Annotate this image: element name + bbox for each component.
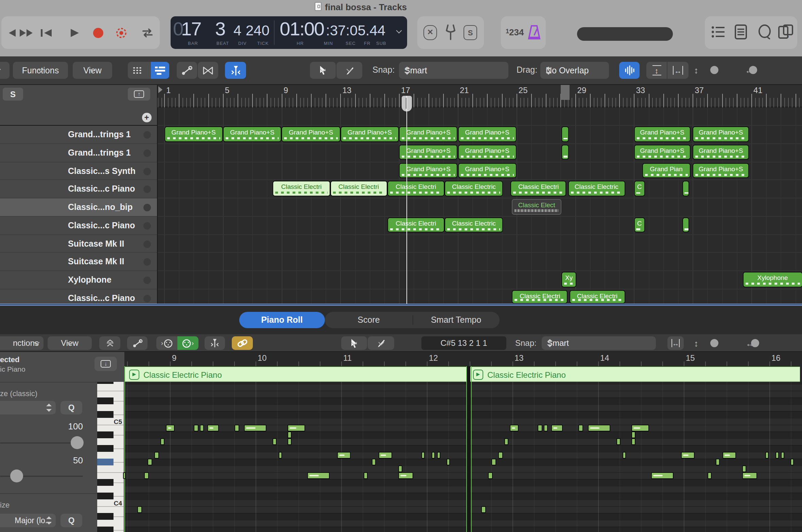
midi-note[interactable]: [447, 459, 450, 465]
editor-horizontal-zoom-knob[interactable]: [751, 339, 759, 347]
time-quantize-select[interactable]: [0, 401, 56, 414]
region[interactable]: Grand Piano+S: [458, 163, 517, 178]
note-pad-icon[interactable]: [735, 24, 747, 39]
midi-note[interactable]: [509, 425, 519, 431]
midi-out-icon[interactable]: ›: [177, 336, 198, 350]
track-monitor-dot[interactable]: [143, 240, 151, 248]
quantize-apply-button[interactable]: Q: [60, 401, 82, 414]
drag-select[interactable]: No Overlap: [540, 62, 609, 79]
midi-note[interactable]: [244, 425, 266, 431]
track-header-row[interactable]: MSRIXylophone: [0, 271, 157, 289]
region[interactable]: Classic Electri: [387, 181, 444, 196]
region[interactable]: Grand Piano+S: [399, 145, 458, 160]
ruler-marker[interactable]: [560, 85, 569, 100]
midi-note[interactable]: [498, 452, 503, 458]
region[interactable]: Xy: [561, 272, 577, 287]
region[interactable]: Classic Electri: [569, 290, 625, 304]
midi-note[interactable]: [398, 465, 402, 472]
editor-horizontal-zoom-slider[interactable]: ↔: [746, 334, 791, 352]
black-key[interactable]: [97, 382, 113, 384]
editor-view-menu[interactable]: View: [48, 336, 92, 350]
lcd-beat[interactable]: 3: [215, 18, 225, 40]
track-monitor-dot[interactable]: [143, 259, 151, 266]
grid-view-icon[interactable]: [128, 62, 146, 79]
midi-note[interactable]: [631, 425, 649, 431]
snap-select[interactable]: Smart: [399, 62, 508, 79]
region[interactable]: Grand Piano+S: [634, 126, 690, 142]
track-header-row[interactable]: MSRClassic...no_bip: [0, 198, 157, 217]
cycle-record-icon[interactable]: [115, 28, 128, 38]
lcd-time[interactable]: 01:00: [280, 18, 324, 40]
lcd-time-frac[interactable]: :37:05.44: [326, 22, 385, 38]
region[interactable]: [682, 217, 689, 233]
region[interactable]: Classic Electric: [444, 181, 503, 196]
vertical-auto-zoom-button[interactable]: ↕: [646, 62, 667, 79]
lcd-tick[interactable]: 240: [246, 22, 269, 38]
list-view-icon[interactable]: [151, 62, 169, 79]
cycle-loop-icon[interactable]: [140, 28, 155, 38]
scale-quantize-select[interactable]: Major (lo...: [0, 514, 56, 527]
track-header-row[interactable]: MSRIClassic...c Piano: [0, 289, 157, 304]
editor-functions-menu[interactable]: nctions: [0, 336, 43, 350]
black-key[interactable]: [97, 397, 113, 404]
track-header-row[interactable]: MSRIGrand...trings 1: [0, 126, 157, 144]
black-key[interactable]: [97, 431, 113, 438]
editor-pencil-tool[interactable]: [368, 336, 394, 350]
functions-menu[interactable]: Functions: [13, 62, 68, 79]
midi-note[interactable]: [193, 425, 198, 431]
strength-slider-knob[interactable]: [71, 436, 84, 449]
region[interactable]: Grand Piano+S: [399, 126, 458, 142]
quantize-strength-value[interactable]: 100: [60, 421, 83, 431]
midi-note[interactable]: [144, 472, 149, 479]
midi-note[interactable]: [775, 452, 779, 458]
region[interactable]: Xylophone: [743, 272, 802, 287]
view-menu[interactable]: View: [73, 62, 112, 79]
track-monitor-dot[interactable]: [143, 131, 151, 139]
rewind-icon[interactable]: [6, 28, 16, 38]
region[interactable]: [561, 126, 569, 142]
region[interactable]: Grand Pian: [642, 163, 691, 178]
tab-piano-roll[interactable]: Piano Roll: [239, 312, 325, 328]
vertical-zoom-knob[interactable]: [710, 66, 718, 74]
midi-note[interactable]: [681, 452, 695, 458]
loop-browser-icon[interactable]: [758, 24, 771, 40]
midi-note[interactable]: [154, 452, 159, 458]
midi-note[interactable]: [616, 438, 620, 445]
region[interactable]: C: [634, 181, 645, 196]
midi-in-icon[interactable]: ›: [156, 336, 177, 350]
track-lanes[interactable]: Grand Piano+SGrand Piano+SGrand Piano+SG…: [158, 107, 802, 303]
region[interactable]: Classic Electric: [568, 181, 625, 196]
pointer-tool-menu[interactable]: [310, 62, 336, 79]
media-browser-icon[interactable]: ♪: [778, 24, 795, 40]
region[interactable]: Grand Piano+S: [223, 126, 282, 142]
pressed-key[interactable]: [97, 459, 113, 465]
region[interactable]: Grand Piano+S: [282, 126, 341, 142]
midi-note[interactable]: [278, 452, 282, 458]
midi-note[interactable]: [631, 431, 635, 438]
midi-note[interactable]: [790, 459, 794, 465]
midi-note[interactable]: [307, 472, 329, 479]
piano-keyboard[interactable]: C5C4: [97, 382, 124, 532]
editor-catch-playhead-button[interactable]: [205, 336, 225, 350]
playhead[interactable]: [406, 96, 407, 303]
midi-note[interactable]: [287, 431, 292, 438]
black-key[interactable]: [97, 479, 113, 486]
automation-button[interactable]: [177, 62, 197, 79]
midi-note[interactable]: [398, 472, 413, 479]
midi-note[interactable]: [588, 425, 610, 431]
midi-note[interactable]: [491, 459, 496, 465]
fast-forward-icon[interactable]: [19, 28, 33, 38]
midi-note[interactable]: [742, 465, 746, 472]
region-play-icon[interactable]: ▶: [129, 369, 139, 379]
black-key[interactable]: [97, 527, 113, 532]
window-splitter[interactable]: [0, 303, 802, 306]
quantize-swing-value[interactable]: 50: [60, 455, 83, 465]
region[interactable]: C: [634, 217, 645, 233]
region[interactable]: Grand Piano+S: [399, 163, 458, 178]
editor-snap-select[interactable]: Smart: [542, 336, 656, 350]
midi-note[interactable]: [160, 438, 164, 445]
lcd-div[interactable]: 4: [233, 22, 241, 38]
metronome-icon[interactable]: [527, 24, 542, 40]
editor-vertical-zoom-slider[interactable]: ↕: [694, 334, 745, 352]
go-to-beginning-icon[interactable]: [40, 28, 52, 38]
